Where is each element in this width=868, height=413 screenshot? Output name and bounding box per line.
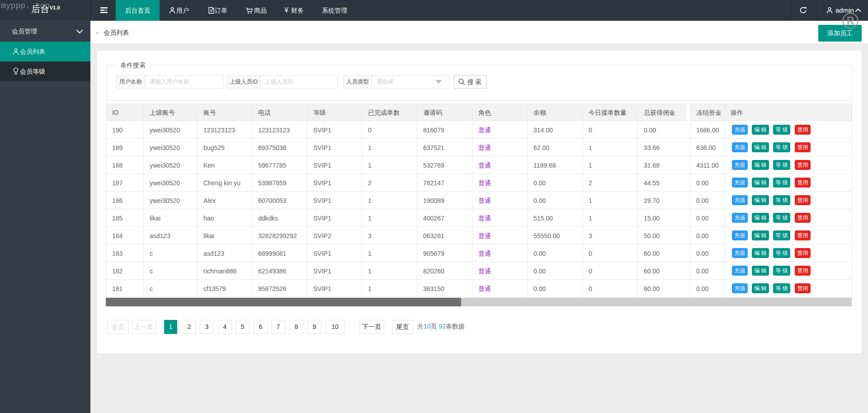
svg-text:R: R <box>847 15 854 27</box>
